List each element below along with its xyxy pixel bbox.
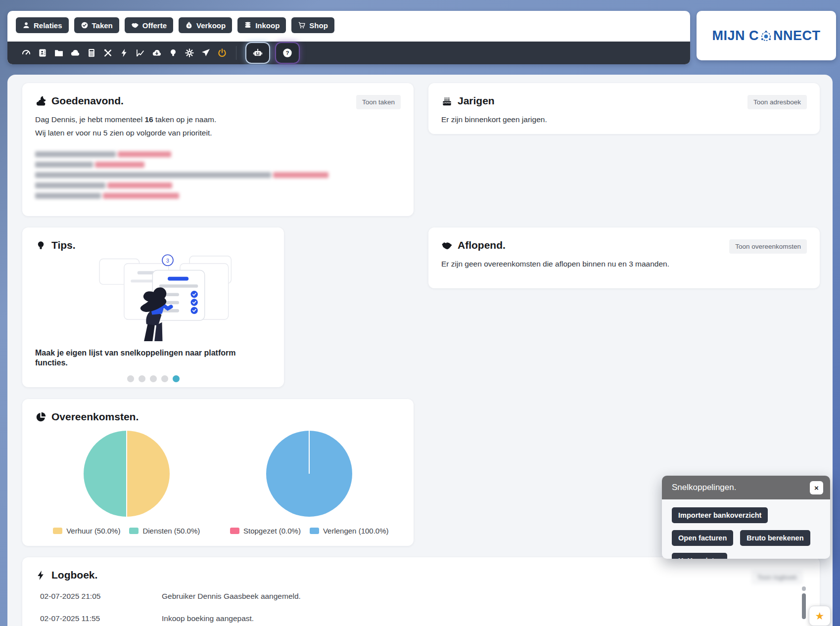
carousel-dot-5[interactable]	[173, 375, 180, 382]
carousel-dot-2[interactable]	[139, 375, 145, 382]
nav-button-taken[interactable]: Taken	[74, 17, 119, 33]
log-message: Inkoop boeking aangepast.	[162, 614, 254, 623]
close-icon[interactable]: ×	[810, 481, 823, 494]
shortcut-button[interactable]: KvK register	[672, 553, 727, 559]
nav-button-relaties[interactable]: Relaties	[16, 17, 69, 33]
carousel-dot-1[interactable]	[127, 375, 134, 382]
agreements-card: Overeenkomsten. Verhuur (50.0%)Diensten …	[22, 399, 414, 546]
logbook-title: Logboek.	[35, 569, 97, 581]
logbook-card: Logboek. Toon logboek 02-07-2025 21:05Ge…	[22, 557, 820, 626]
scrollbar-thumb[interactable]	[802, 593, 806, 619]
expiring-card: Aflopend. Toon overeenkomsten Er zijn ge…	[428, 227, 820, 288]
cloud-icon[interactable]	[70, 48, 80, 58]
nav-button-offerte[interactable]: Offerte	[125, 17, 173, 33]
carousel-dot-4[interactable]	[161, 375, 168, 382]
greeting-title: Goedenavond.	[35, 95, 124, 107]
shortcuts-panel: Snelkoppelingen. × Importeer bankoverzic…	[662, 476, 830, 559]
expiring-empty-text: Er zijn geen overeenkomsten die aflopen …	[441, 259, 807, 269]
calculator-icon[interactable]	[87, 48, 96, 58]
shortcut-buttons: Importeer bankoverzichtOpen facturenBrut…	[662, 499, 830, 559]
nav-button-shop[interactable]: Shop	[291, 17, 334, 33]
tips-title: Tips.	[35, 239, 76, 251]
task-row-redacted[interactable]	[35, 182, 401, 188]
shortcuts-title: Snelkoppelingen.	[672, 483, 736, 492]
nav-button-inkoop[interactable]: Inkoop	[237, 17, 286, 33]
task-row-redacted[interactable]	[35, 172, 401, 178]
toolbar-icons	[21, 48, 227, 58]
coins-icon	[244, 21, 252, 29]
gear-icon[interactable]	[185, 48, 194, 58]
pie-charts: Verhuur (50.0%)Diensten (50.0%) Stopgeze…	[35, 431, 401, 535]
task-row-redacted[interactable]	[35, 151, 401, 157]
gauge-icon[interactable]	[21, 48, 31, 58]
log-timestamp: 02-07-2025 21:05	[35, 592, 162, 601]
legend-label: Diensten (50.0%)	[142, 527, 200, 535]
shortcut-button[interactable]: Open facturen	[672, 530, 733, 546]
logo-text-right: NNECT	[773, 28, 821, 44]
icon-toolbar: ?	[7, 42, 690, 64]
legend-swatch	[230, 528, 239, 534]
carousel-dot-3[interactable]	[150, 375, 157, 382]
log-message: Gebruiker Dennis Gaasbeek aangemeld.	[162, 592, 301, 601]
power-icon[interactable]	[217, 48, 227, 58]
pie-block-status: Stopgezet (0.0%)Verlengen (100.0%)	[218, 431, 401, 535]
tips-card: Tips. 3	[22, 227, 284, 387]
expiring-title: Aflopend.	[441, 239, 506, 251]
handshake-icon	[131, 21, 139, 29]
legend-swatch	[53, 528, 62, 534]
birthdays-card: Jarigen Toon adresboek Er zijn binnenkor…	[428, 83, 820, 134]
shortcut-button[interactable]: Importeer bankoverzicht	[672, 507, 768, 523]
paper-plane-icon[interactable]	[201, 48, 211, 58]
favorites-button[interactable]: ★	[809, 606, 831, 626]
page: RelatiesTakenOfferte$VerkoopInkoopShop ?…	[0, 0, 840, 626]
check-circle-icon	[81, 21, 89, 29]
help-button[interactable]: ?	[276, 43, 299, 63]
logbook-entries: 02-07-2025 21:05Gebruiker Dennis Gaasbee…	[35, 592, 807, 623]
scrollbar-dot	[802, 586, 806, 591]
legend-item: Diensten (50.0%)	[129, 527, 200, 535]
legend-item: Stopgezet (0.0%)	[230, 527, 301, 535]
legend-label: Stopgezet (0.0%)	[243, 527, 301, 535]
top-navigation-card: RelatiesTakenOfferte$VerkoopInkoopShop ?	[7, 11, 690, 64]
show-agreements-button[interactable]: Toon overeenkomsten	[729, 239, 807, 254]
address-book-icon[interactable]	[38, 48, 47, 58]
pie-chart-status	[266, 431, 352, 517]
lightbulb-icon	[35, 240, 47, 251]
handshake-icon	[441, 240, 453, 251]
bolt-icon	[35, 570, 47, 581]
show-tasks-button[interactable]: Toon taken	[356, 95, 401, 109]
task-row-redacted[interactable]	[35, 162, 401, 168]
folder-icon[interactable]	[54, 48, 64, 58]
task-row-redacted[interactable]	[35, 193, 401, 199]
greeting-line2: Wij laten er voor nu 5 zien op volgorde …	[35, 128, 401, 138]
moon-cloud-icon	[35, 95, 47, 107]
log-timestamp: 02-07-2025 11:55	[35, 614, 162, 623]
robot-icon	[252, 47, 263, 58]
shortcut-button[interactable]: Bruto berekenen	[740, 530, 810, 546]
birthdays-title: Jarigen	[441, 95, 495, 107]
assistant-button[interactable]	[246, 43, 269, 63]
shortcuts-header[interactable]: Snelkoppelingen. ×	[662, 476, 830, 499]
logo-card: MIJN CNNECT	[697, 11, 836, 60]
svg-text:?: ?	[286, 50, 289, 56]
chart-line-icon[interactable]	[136, 48, 145, 58]
show-addressbook-button[interactable]: Toon adresboek	[747, 95, 807, 109]
tools-icon[interactable]	[103, 48, 113, 58]
legend-item: Verhuur (50.0%)	[53, 527, 120, 535]
show-logbook-button-blurred[interactable]: Toon logboek	[751, 570, 803, 584]
cloud-download-icon[interactable]	[152, 48, 162, 58]
legend-types: Verhuur (50.0%)Diensten (50.0%)	[53, 527, 200, 535]
logbook-row: 02-07-2025 11:55Inkoop boeking aangepast…	[35, 614, 807, 623]
brand-logo: MIJN CNNECT	[712, 28, 820, 44]
greeting-line1: Dag Dennis, je hebt momenteel 16 taken o…	[35, 115, 401, 125]
tips-illustration: 3	[93, 252, 242, 342]
legend-swatch	[129, 528, 139, 534]
lightbulb-icon[interactable]	[168, 48, 178, 58]
birthdays-empty-text: Er zijn binnenkort geen jarigen.	[441, 115, 807, 125]
legend-label: Verhuur (50.0%)	[66, 527, 120, 535]
bolt-icon[interactable]	[119, 48, 129, 58]
legend-swatch	[310, 528, 319, 534]
nav-button-verkoop[interactable]: $Verkoop	[179, 17, 232, 33]
legend-label: Verlengen (100.0%)	[323, 527, 389, 535]
tips-caption: Maak je eigen lijst van snelkoppelingen …	[35, 348, 263, 367]
